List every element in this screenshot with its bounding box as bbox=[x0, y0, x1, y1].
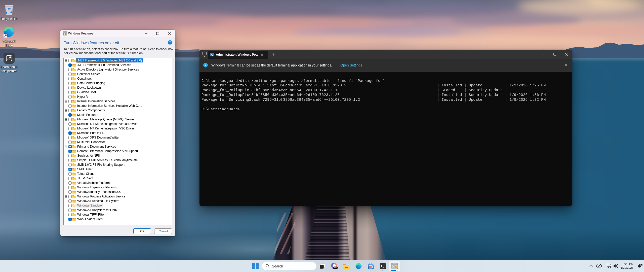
svg-text:M365: M365 bbox=[334, 267, 338, 268]
svg-text:z: z bbox=[641, 264, 642, 266]
